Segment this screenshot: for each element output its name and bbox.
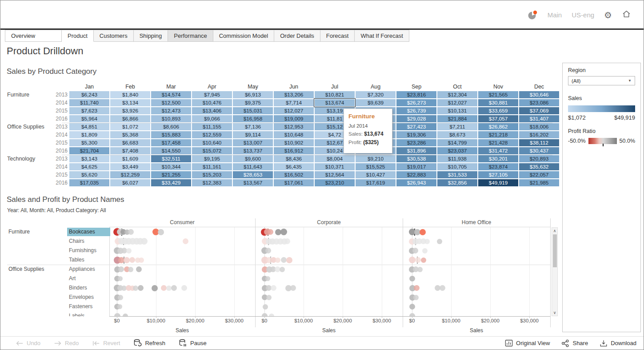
heatmap-cell[interactable]: $5,300 bbox=[69, 139, 109, 146]
heatmap-cell[interactable]: $10,705 bbox=[437, 163, 477, 170]
heatmap-cell[interactable]: $17,619 bbox=[356, 179, 396, 186]
product-label-clipped[interactable]: Labels bbox=[67, 312, 110, 316]
tab-order-details[interactable]: Order Details bbox=[274, 30, 320, 42]
data-point[interactable] bbox=[265, 276, 270, 281]
data-point[interactable] bbox=[290, 285, 296, 291]
data-point[interactable] bbox=[124, 257, 130, 263]
heatmap-cell[interactable]: $12,027 bbox=[437, 99, 477, 106]
heatmap-cell[interactable]: $29,028 bbox=[396, 115, 436, 122]
data-point[interactable] bbox=[268, 229, 273, 235]
heatmap-cell[interactable]: $11,740 bbox=[69, 99, 109, 106]
heatmap-cell[interactable]: $14,574 bbox=[151, 91, 191, 98]
data-point[interactable] bbox=[269, 314, 274, 317]
heatmap-cell[interactable]: $20,893 bbox=[519, 155, 559, 162]
heatmap-cell[interactable]: $6,683 bbox=[110, 139, 150, 146]
heatmap-cell[interactable]: $8,673 bbox=[437, 131, 477, 138]
heatmap-cell[interactable]: $10,821 bbox=[315, 91, 355, 98]
heatmap-cell[interactable]: $15,883 bbox=[151, 131, 191, 138]
heatmap-cell[interactable]: $26,273 bbox=[396, 99, 436, 106]
tab-shipping[interactable]: Shipping bbox=[134, 30, 168, 42]
heatmap-cell[interactable]: $28,653 bbox=[233, 171, 273, 178]
profit-color-gradient[interactable] bbox=[588, 138, 617, 144]
tab-overview[interactable]: Overview bbox=[5, 30, 62, 42]
heatmap-cell[interactable]: $49,919 bbox=[478, 179, 518, 186]
data-point[interactable] bbox=[136, 266, 142, 272]
heatmap-cell[interactable]: $9,114 bbox=[233, 131, 273, 138]
heatmap-cell[interactable]: $10,648 bbox=[274, 131, 314, 138]
heatmap-cell[interactable]: $19,009 bbox=[274, 115, 314, 122]
heatmap-cell[interactable]: $21,704 bbox=[69, 147, 109, 154]
heatmap-cell[interactable]: $21,884 bbox=[437, 115, 477, 122]
data-point[interactable] bbox=[409, 313, 415, 316]
data-point[interactable] bbox=[158, 229, 164, 235]
heatmap-cell[interactable]: $12,304 bbox=[437, 91, 477, 98]
heatmap-cell[interactable]: $10,476 bbox=[192, 99, 232, 106]
scroll-down-arrow[interactable]: ∨ bbox=[552, 310, 557, 315]
heatmap-cell[interactable]: $22,883 bbox=[396, 171, 436, 178]
heatmap-cell[interactable]: $27,105 bbox=[478, 171, 518, 178]
heatmap-cell[interactable]: $26,943 bbox=[396, 179, 436, 186]
heatmap-cell[interactable]: $16,912 bbox=[274, 147, 314, 154]
heatmap-cell[interactable]: $9,195 bbox=[192, 155, 232, 162]
heatmap-cell[interactable]: $30,538 bbox=[396, 155, 436, 162]
heatmap-cell[interactable]: $1,840 bbox=[110, 91, 150, 98]
heatmap-cell[interactable]: $13,737 bbox=[233, 147, 273, 154]
data-point[interactable] bbox=[266, 295, 272, 300]
product-label-bookcases[interactable]: Bookcases bbox=[67, 228, 110, 236]
heatmap-cell[interactable]: $38,112 bbox=[519, 139, 559, 146]
heatmap-cell[interactable]: $33,429 bbox=[151, 179, 191, 186]
heatmap-cell[interactable]: $26,862 bbox=[478, 123, 518, 130]
heatmap-cell[interactable]: $12,953 bbox=[274, 123, 314, 130]
original-view-button[interactable]: Original View bbox=[505, 339, 550, 347]
heatmap-cell[interactable]: $18,006 bbox=[519, 123, 559, 130]
data-point[interactable] bbox=[412, 248, 418, 253]
product-label-fasteners[interactable]: Fasteners bbox=[67, 302, 110, 311]
heatmap-cell[interactable]: $12,559 bbox=[192, 131, 232, 138]
home-icon[interactable] bbox=[622, 9, 631, 20]
data-point[interactable] bbox=[424, 239, 430, 244]
heatmap-cell[interactable]: $6,243 bbox=[69, 91, 109, 98]
data-point[interactable] bbox=[265, 248, 271, 253]
heatmap-cell[interactable]: $21,985 bbox=[519, 179, 559, 186]
heatmap-cell[interactable]: $12,259 bbox=[110, 171, 150, 178]
heatmap-cell[interactable]: $6,435 bbox=[274, 163, 314, 170]
data-point[interactable] bbox=[413, 295, 419, 300]
heatmap-cell[interactable]: $31,407 bbox=[519, 115, 559, 122]
heatmap-cell[interactable]: $30,646 bbox=[519, 91, 559, 98]
product-label-appliances[interactable]: Appliances bbox=[67, 265, 110, 274]
data-point[interactable] bbox=[138, 285, 144, 291]
data-point[interactable] bbox=[409, 257, 416, 263]
data-point[interactable] bbox=[281, 257, 287, 263]
heatmap-cell[interactable]: $21,428 bbox=[478, 139, 518, 146]
tab-commission-model[interactable]: Commission Model bbox=[213, 30, 275, 42]
settings-gear-icon[interactable]: ⚙ bbox=[604, 11, 612, 20]
heatmap-cell[interactable]: $31,472 bbox=[478, 147, 518, 154]
heatmap-cell[interactable]: $9,639 bbox=[356, 99, 396, 106]
heatmap-cell[interactable]: $10,427 bbox=[356, 171, 396, 178]
heatmap-cell[interactable]: $23,210 bbox=[315, 179, 355, 186]
heatmap-cell[interactable]: $30,881 bbox=[478, 99, 518, 106]
data-point[interactable] bbox=[118, 266, 124, 272]
heatmap-cell[interactable]: $8,606 bbox=[151, 123, 191, 130]
product-label-furnishings[interactable]: Furnishings bbox=[67, 246, 110, 255]
data-point[interactable] bbox=[117, 304, 122, 309]
heatmap-cell[interactable]: $12,473 bbox=[151, 107, 191, 114]
data-point[interactable] bbox=[417, 267, 423, 272]
data-point[interactable] bbox=[129, 257, 135, 263]
heatmap-cell[interactable]: $22,057 bbox=[519, 171, 559, 178]
heatmap-cell[interactable]: $10,640 bbox=[192, 139, 232, 146]
data-point[interactable] bbox=[437, 239, 442, 244]
product-label-chairs[interactable]: Chairs bbox=[67, 237, 110, 245]
vertical-scrollbar[interactable]: ∧∨ bbox=[552, 227, 558, 316]
nav-main[interactable]: Main bbox=[548, 11, 562, 19]
undo-button[interactable]: Undo bbox=[16, 340, 40, 346]
heatmap-cell[interactable]: $12,383 bbox=[192, 179, 232, 186]
heatmap-cell[interactable]: $10,344 bbox=[151, 163, 191, 170]
data-point[interactable] bbox=[152, 285, 158, 291]
heatmap-cell[interactable]: $10,131 bbox=[437, 107, 477, 114]
heatmap-cell[interactable]: $23,086 bbox=[519, 99, 559, 106]
data-point[interactable] bbox=[415, 257, 421, 263]
heatmap-cell[interactable]: $17,035 bbox=[69, 179, 109, 186]
heatmap-cell[interactable]: $5,964 bbox=[69, 115, 109, 122]
heatmap-cell[interactable]: $17,458 bbox=[151, 139, 191, 146]
